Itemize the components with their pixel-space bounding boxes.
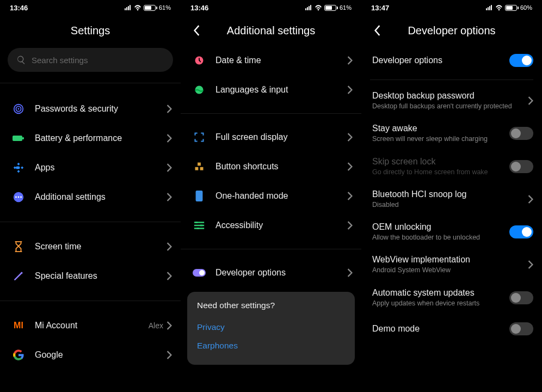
- svg-point-7: [15, 197, 17, 198]
- row-additional-settings[interactable]: Additional settings: [0, 182, 181, 212]
- row-developer-options[interactable]: Developer options: [181, 258, 361, 287]
- row-date-time[interactable]: Date & time: [181, 46, 361, 75]
- svg-point-9: [20, 197, 22, 198]
- back-button[interactable]: [188, 22, 206, 39]
- chevron-right-icon: [347, 133, 353, 142]
- toggle-switch[interactable]: [509, 322, 533, 335]
- chevron-right-icon: [347, 221, 353, 230]
- chevron-right-icon: [528, 96, 533, 105]
- status-bar: 13:46 61%: [181, 0, 361, 15]
- toggle-switch[interactable]: [509, 54, 533, 67]
- status-right: 61%: [125, 4, 171, 11]
- row-title: Bluetooth HCI snoop log: [372, 189, 528, 199]
- row-passwords-security[interactable]: Passwords & security: [0, 94, 181, 124]
- row-full-screen-display[interactable]: Full screen display: [181, 122, 361, 152]
- search-input[interactable]: [32, 56, 164, 65]
- row-subtitle: Desktop full backups aren't currently pr…: [372, 102, 528, 111]
- battery-icon: [11, 131, 26, 146]
- card-link-earphones[interactable]: Earphones: [197, 336, 345, 355]
- row-google[interactable]: Google: [0, 340, 181, 370]
- row-button-shortcuts[interactable]: Button shortcuts: [181, 152, 361, 181]
- row-label: Additional settings: [35, 192, 167, 202]
- chevron-right-icon: [347, 85, 353, 94]
- chevron-right-icon: [347, 268, 353, 277]
- status-bar: 13:47 60%: [361, 0, 542, 15]
- row-title: Skip screen lock: [372, 157, 509, 167]
- dev-row[interactable]: OEM unlockingAllow the bootloader to be …: [361, 216, 542, 248]
- dev-row[interactable]: Demo mode: [361, 314, 542, 344]
- fullscreen-icon: [192, 130, 207, 145]
- row-title: Demo mode: [372, 324, 509, 334]
- back-button[interactable]: [369, 22, 386, 39]
- svg-rect-3: [13, 136, 22, 141]
- dev-row[interactable]: Bluetooth HCI snoop logDisabled: [361, 183, 542, 216]
- divider: [370, 79, 533, 80]
- clock-icon: [192, 53, 207, 68]
- svg-point-21: [199, 270, 205, 275]
- signal-icon: [125, 5, 131, 10]
- svg-rect-13: [195, 167, 199, 170]
- toggle-switch[interactable]: [509, 160, 533, 173]
- dev-row[interactable]: Developer options: [361, 46, 542, 75]
- toggle-switch[interactable]: [509, 291, 533, 304]
- row-apps[interactable]: Apps: [0, 153, 181, 182]
- chevron-right-icon: [347, 56, 353, 65]
- divider: [181, 249, 361, 249]
- svg-point-10: [21, 272, 22, 274]
- signal-icon: [305, 5, 311, 10]
- row-languages-input[interactable]: Languages & input: [181, 75, 361, 105]
- dev-row[interactable]: Desktop backup passwordDesktop full back…: [361, 84, 542, 117]
- chevron-right-icon: [347, 192, 353, 200]
- accessibility-icon: [192, 218, 207, 233]
- status-time: 13:47: [371, 4, 389, 12]
- svg-point-5: [17, 167, 20, 169]
- card-link-privacy[interactable]: Privacy: [197, 318, 345, 336]
- row-label: Battery & performance: [35, 133, 167, 143]
- row-label: Accessibility: [215, 220, 347, 230]
- toggle-switch[interactable]: [509, 127, 533, 140]
- svg-rect-17: [195, 222, 198, 223]
- row-battery-performance[interactable]: Battery & performance: [0, 124, 181, 153]
- dev-row[interactable]: WebView implementationAndroid System Web…: [361, 248, 542, 281]
- battery-icon: [144, 5, 156, 11]
- dev-row[interactable]: Automatic system updatesApply updates wh…: [361, 281, 542, 314]
- search-field[interactable]: [8, 48, 173, 72]
- chevron-right-icon: [167, 242, 172, 251]
- row-subtitle: Go directly to Home screen from wake: [372, 168, 509, 176]
- row-accessibility[interactable]: Accessibility: [181, 211, 361, 240]
- row-label: Languages & input: [215, 85, 347, 95]
- row-label: Developer options: [215, 268, 347, 278]
- row-label: Passwords & security: [35, 104, 167, 114]
- row-screen-time[interactable]: Screen time: [0, 232, 181, 261]
- svg-rect-18: [200, 225, 203, 226]
- row-label: Screen time: [35, 242, 167, 252]
- dev-row[interactable]: Stay awakeScreen will never sleep while …: [361, 117, 542, 150]
- apps-icon: [11, 160, 26, 175]
- dev-row: Skip screen lockGo directly to Home scre…: [361, 150, 542, 183]
- wifi-icon: [495, 5, 503, 11]
- pane-content: Date & time Languages & input Full scree…: [181, 46, 361, 392]
- row-one-handed-mode[interactable]: One-handed mode: [181, 181, 361, 211]
- buttons-icon: [192, 159, 207, 174]
- status-right: 60%: [486, 4, 532, 11]
- row-mi-account[interactable]: MI Mi Account Alex: [0, 311, 181, 340]
- toggle-switch[interactable]: [509, 225, 533, 238]
- row-subtitle: Screen will never sleep while charging: [372, 134, 509, 143]
- chevron-right-icon: [167, 272, 172, 280]
- phone-icon: [192, 188, 207, 204]
- card-title: Need other settings?: [197, 301, 345, 310]
- battery-percent: 61%: [340, 4, 352, 11]
- battery-percent: 61%: [159, 4, 171, 11]
- chevron-right-icon: [528, 195, 533, 204]
- chevron-left-icon: [194, 25, 200, 36]
- row-label: Button shortcuts: [215, 162, 347, 171]
- chevron-right-icon: [167, 105, 172, 113]
- chevron-right-icon: [167, 321, 172, 330]
- divider: [0, 222, 181, 222]
- row-special-features[interactable]: Special features: [0, 261, 181, 291]
- toggle-icon: [192, 265, 207, 280]
- row-subtitle: Apply updates when device restarts: [372, 299, 509, 308]
- header: Developer options: [361, 15, 542, 46]
- row-label: One-handed mode: [215, 191, 347, 201]
- battery-icon: [324, 5, 336, 11]
